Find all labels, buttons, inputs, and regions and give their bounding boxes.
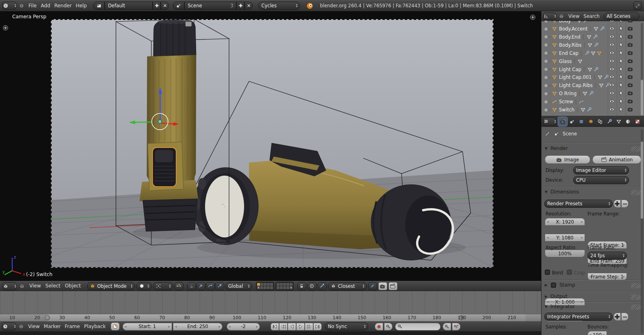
object-name[interactable]: Switch <box>559 107 574 113</box>
menu-playback[interactable]: Playback <box>82 321 107 332</box>
auto-keyframe-record-button[interactable] <box>375 323 383 331</box>
delete-keyframe-button[interactable] <box>452 323 461 331</box>
panel-drag-widget[interactable] <box>631 283 641 288</box>
tab-render[interactable] <box>558 117 567 126</box>
snap-toggle[interactable] <box>318 282 327 290</box>
menu-select[interactable]: Select <box>44 281 62 291</box>
renderable-camera-icon[interactable] <box>627 66 633 72</box>
panel-header-integrator[interactable]: ▼Integrator <box>545 304 575 309</box>
object-name[interactable]: End Cap <box>559 50 579 56</box>
panel-header-output[interactable]: ▶Output <box>545 294 568 299</box>
renderable-camera-icon[interactable] <box>627 34 633 39</box>
viewport-shading-dropdown[interactable]: ▴▾ <box>136 282 152 290</box>
delete-layout-button[interactable]: ✕ <box>161 2 169 10</box>
expand-icon[interactable]: ⊕ <box>544 67 548 72</box>
panel-header-dimensions[interactable]: ▼Dimensions <box>545 189 579 195</box>
sidebar-expand-icon[interactable] <box>530 14 536 20</box>
expand-icon[interactable]: ⊕ <box>544 51 548 55</box>
meshdata-icon[interactable] <box>590 50 596 56</box>
layer-cell[interactable] <box>286 286 289 289</box>
play-reverse-button[interactable] <box>288 323 296 331</box>
visibility-eye-icon[interactable] <box>609 107 615 112</box>
panel-header-stamp[interactable]: ▶ Stamp <box>545 282 575 288</box>
screen-layout-icon[interactable] <box>93 2 105 10</box>
device-dropdown[interactable]: CPU▴▾ <box>573 176 629 184</box>
selectable-cursor-icon[interactable] <box>618 42 624 48</box>
object-name[interactable]: Screw <box>559 99 573 104</box>
wrench-icon[interactable] <box>584 50 590 56</box>
add-scene-button[interactable]: ✚ <box>236 2 245 10</box>
panel-drag-widget[interactable] <box>631 190 641 195</box>
menu-render[interactable]: Render <box>52 0 73 11</box>
visibility-eye-icon[interactable] <box>609 90 615 96</box>
menu-frame[interactable]: Frame <box>63 321 81 332</box>
object-name[interactable]: Light Cap.001 <box>559 74 592 80</box>
properties-scrollbar[interactable] <box>641 129 643 333</box>
border-checkbox[interactable] <box>545 270 550 275</box>
menu-view[interactable]: View <box>28 281 42 291</box>
selectable-cursor-icon[interactable] <box>618 26 624 31</box>
layer-cell[interactable] <box>283 283 286 286</box>
expand-icon[interactable]: ⊕ <box>544 91 548 96</box>
renderable-camera-icon[interactable] <box>627 90 633 96</box>
mesh-icon[interactable] <box>596 50 602 56</box>
outliner-item-glass[interactable]: ⊕Glass| <box>541 57 644 65</box>
jump-to-end-button[interactable] <box>313 323 322 331</box>
menu-marker[interactable]: Marker <box>42 321 62 332</box>
tab-world[interactable] <box>577 117 586 126</box>
add-layout-button[interactable]: ✚ <box>153 2 161 10</box>
layer-cell[interactable] <box>290 283 293 286</box>
selectable-cursor-icon[interactable] <box>618 90 624 96</box>
object-name[interactable]: Body.End <box>559 34 581 40</box>
outliner-item-switch[interactable]: ⊕Switch| <box>541 106 644 114</box>
expand-icon[interactable]: ⊕ <box>544 75 548 80</box>
panel-drag-widget[interactable] <box>631 305 641 310</box>
menu-view[interactable]: View <box>567 11 581 21</box>
current-frame-field[interactable]: ◂-2▸ <box>227 323 260 331</box>
collapse-menus-icon[interactable]: ⊖ <box>559 13 563 19</box>
outliner-item-light-cap[interactable]: ⊕Light Cap| <box>541 65 644 74</box>
renderable-camera-icon[interactable] <box>627 98 633 104</box>
object-name[interactable]: Body.Ribs <box>559 42 582 48</box>
renderable-camera-icon[interactable] <box>627 58 633 64</box>
outliner-item-end-cap[interactable]: ⊕End Cap| <box>541 49 644 57</box>
fps-dropdown[interactable]: 24 fps▴▾ <box>587 252 627 260</box>
outliner-item-body-end[interactable]: ⊕Body.End| <box>541 33 644 41</box>
expand-icon[interactable]: ⊕ <box>544 59 548 63</box>
tab-texture[interactable] <box>633 117 642 126</box>
tab-modifiers[interactable] <box>605 117 614 126</box>
wrench-icon[interactable] <box>593 42 599 48</box>
expand-icon[interactable]: ⊕ <box>544 83 548 88</box>
remap-old-field[interactable]: ◂100▸ <box>587 331 607 335</box>
toolshelf-expand-icon[interactable] <box>2 25 9 31</box>
pen-tool-icon[interactable] <box>368 282 377 290</box>
visibility-eye-icon[interactable] <box>609 98 615 104</box>
opengl-render-image-button[interactable] <box>378 282 387 290</box>
scene-name[interactable]: Scene3 <box>184 2 236 10</box>
outliner-item-light-cap-ribs[interactable]: ⊕Light Cap.Ribs| <box>541 81 644 89</box>
collapse-menus-icon[interactable]: ⊖ <box>20 283 24 289</box>
transform-orientation-dropdown[interactable]: Global▴▾ <box>225 282 252 290</box>
menu-search[interactable]: Search <box>582 11 601 21</box>
window-duplicate-icon[interactable]: ⤢ <box>633 2 642 10</box>
render-animation-button[interactable]: Animation <box>592 155 641 164</box>
selectable-cursor-icon[interactable] <box>618 98 624 104</box>
selectable-cursor-icon[interactable] <box>618 74 624 80</box>
menu-file[interactable]: File <box>27 0 38 11</box>
layer-cell[interactable] <box>257 283 260 286</box>
remove-preset-button[interactable]: − <box>621 200 629 208</box>
next-keyframe-button[interactable] <box>305 323 313 331</box>
layer-cell[interactable] <box>290 286 293 289</box>
renderable-camera-icon[interactable] <box>627 74 633 80</box>
meshdata-icon[interactable] <box>593 26 599 32</box>
frame-start-field[interactable]: ◂Start: 1▸ <box>122 323 172 331</box>
selectable-cursor-icon[interactable] <box>618 82 624 88</box>
resolution-y-field[interactable]: ◂Y: 1080▸ <box>545 234 585 241</box>
pivot-align-toggle[interactable] <box>175 282 183 290</box>
outliner-scrollbar[interactable] <box>641 23 643 115</box>
expand-icon[interactable]: ⊕ <box>544 43 548 47</box>
object-name[interactable]: Glass <box>559 59 572 64</box>
expand-icon[interactable]: ⊕ <box>544 100 548 104</box>
selectable-cursor-icon[interactable] <box>618 107 624 112</box>
visibility-eye-icon[interactable] <box>609 34 615 39</box>
